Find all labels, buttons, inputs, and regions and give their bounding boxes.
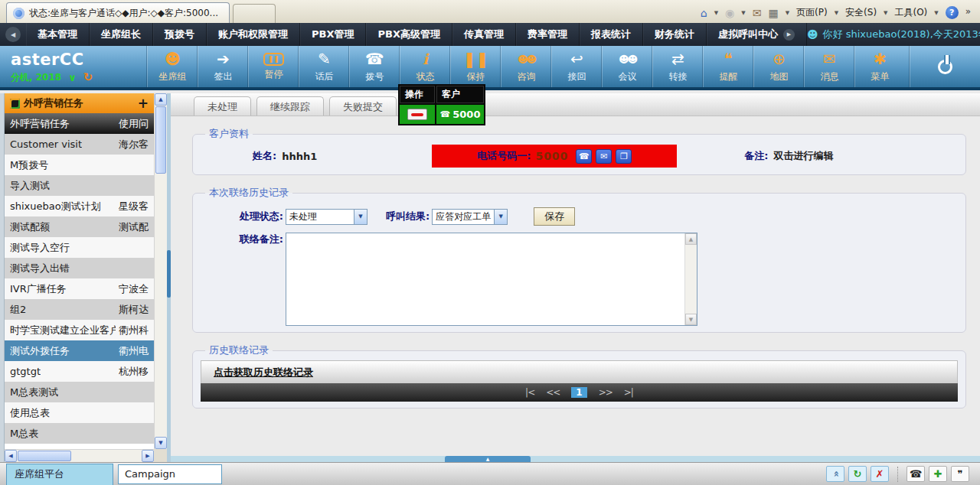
toolbar-button-sign-out[interactable]: ➔签出 bbox=[198, 46, 248, 87]
help-button[interactable]: ? bbox=[946, 6, 959, 19]
tab-1[interactable]: 未处理 bbox=[194, 96, 251, 116]
tab-2[interactable]: 继续跟踪 bbox=[256, 96, 324, 116]
task-list-item[interactable]: 测试导入空行 bbox=[5, 237, 154, 258]
menu-item-5[interactable]: PBX管理 bbox=[300, 23, 366, 46]
feeds-icon[interactable]: ◉ bbox=[725, 7, 734, 19]
save-button[interactable]: 保存 bbox=[534, 207, 575, 226]
vertical-scroll-thumb[interactable] bbox=[155, 106, 166, 174]
result-select[interactable]: 应答对应工单 ▼ bbox=[432, 209, 508, 225]
contact-note-textarea[interactable] bbox=[286, 233, 684, 325]
sidebar-horizontal-scrollbar[interactable]: ◀ ▶ bbox=[5, 449, 154, 462]
menu-item-8[interactable]: 费率管理 bbox=[516, 23, 580, 46]
sidebar-vertical-scrollbar[interactable]: ▲ ▼ bbox=[154, 93, 167, 449]
campaign-input[interactable]: Campaign bbox=[118, 464, 222, 484]
task-list-item[interactable]: 测试导入出错 bbox=[5, 258, 154, 278]
scroll-up-icon[interactable]: ▲ bbox=[685, 233, 697, 245]
phone-action-send-sms[interactable]: ✉ bbox=[596, 149, 612, 164]
new-tab-button[interactable] bbox=[233, 4, 276, 23]
hangup-cell[interactable] bbox=[400, 105, 435, 124]
toolbar-button-agent-group[interactable]: ☻坐席组 bbox=[147, 46, 198, 87]
phone-action-copy-number[interactable]: ❐ bbox=[616, 149, 632, 164]
toolbar-button-menu[interactable]: ✱菜单 bbox=[854, 46, 905, 87]
task-list-item[interactable]: 时学宝测试建立企业客户衢州科 bbox=[5, 320, 154, 340]
menu-item-10[interactable]: 财务统计 bbox=[643, 23, 707, 46]
scroll-up-icon[interactable]: ▲ bbox=[155, 93, 167, 106]
scroll-down-icon[interactable]: ▼ bbox=[155, 437, 167, 449]
add-task-button[interactable]: + bbox=[138, 97, 149, 110]
home-icon[interactable]: ⌂ bbox=[701, 7, 707, 19]
toolbar-button-remind[interactable]: ❝提醒 bbox=[703, 46, 753, 87]
toolbar-button-retrieve[interactable]: ↩接回 bbox=[551, 46, 602, 87]
status-button-chat[interactable]: ❞ bbox=[951, 466, 969, 482]
pager-next[interactable]: >> bbox=[599, 387, 612, 398]
status-button-close[interactable]: ✗ bbox=[871, 466, 889, 482]
task-list-item[interactable]: gtgtgt杭州移 bbox=[5, 361, 154, 382]
toolbar-button-transfer[interactable]: ⇄转接 bbox=[652, 46, 703, 87]
status-button-refresh[interactable]: ↻ bbox=[848, 466, 867, 482]
task-list-item[interactable]: M总表测试 bbox=[5, 382, 154, 402]
toolbar-button-map[interactable]: ⊕地图 bbox=[753, 46, 804, 87]
extension-refresh-icon[interactable]: ↻ bbox=[83, 70, 93, 84]
toolbar-button-conference[interactable]: ☻☻会议 bbox=[602, 46, 652, 87]
task-list-item[interactable]: M总表 bbox=[5, 423, 154, 444]
print-icon[interactable]: ▦ bbox=[768, 7, 778, 19]
menu-item-11[interactable]: 虚拟呼叫中心▶ bbox=[707, 23, 807, 46]
toolbar-button-after-call[interactable]: ✎话后 bbox=[299, 46, 349, 87]
menu-item-6[interactable]: PBX高级管理 bbox=[366, 23, 452, 46]
logout-power-button[interactable] bbox=[910, 46, 980, 87]
pager-last[interactable]: >| bbox=[624, 387, 633, 398]
scroll-left-icon[interactable]: ◀ bbox=[5, 450, 17, 462]
task-list-item[interactable]: 测试配额测试配 bbox=[5, 216, 154, 237]
task-list-item[interactable]: 外呼营销任务使用问 bbox=[5, 113, 154, 134]
status-button-add[interactable]: ✚ bbox=[929, 466, 947, 482]
customer-call-cell[interactable]: ☎ 5000 bbox=[436, 105, 484, 124]
task-list-item[interactable]: 组2斯柯达 bbox=[5, 299, 154, 320]
horizontal-scroll-thumb[interactable] bbox=[18, 451, 71, 461]
tab-3[interactable]: 失败提交 bbox=[329, 96, 397, 116]
toolbar-button-status[interactable]: i状态 bbox=[400, 46, 450, 87]
toolbar-button-consult[interactable]: ☻☻咨询 bbox=[501, 46, 551, 87]
task-list-item[interactable]: Customer visit海尔客 bbox=[5, 134, 154, 155]
task-list-item[interactable]: IVR广播任务宁波全 bbox=[5, 278, 154, 299]
toolbar-button-pause[interactable]: ❚❚暂停 bbox=[248, 46, 299, 87]
toolbar-button-message[interactable]: ✉消息 bbox=[804, 46, 854, 87]
menu-item-4[interactable]: 账户和权限管理 bbox=[207, 23, 300, 46]
scroll-down-icon[interactable]: ▼ bbox=[685, 314, 697, 325]
browser-tab[interactable]: 状态:坐席与客户通话◇◆用户:◇◆客户:5000... bbox=[6, 2, 230, 23]
menu-item-9[interactable]: 报表统计 bbox=[580, 23, 643, 46]
textarea-scrollbar[interactable]: ▲ ▼ bbox=[684, 233, 697, 325]
menu-item-2[interactable]: 坐席组长 bbox=[90, 23, 153, 46]
load-history-link[interactable]: 点击获取历史联络记录 bbox=[214, 366, 313, 379]
platform-tab[interactable]: 座席组平台 bbox=[6, 464, 113, 485]
collapse-panel-button[interactable]: ▲ bbox=[445, 456, 531, 462]
toolbar-button-dial[interactable]: ☎拨号 bbox=[349, 46, 400, 87]
more-commands-button[interactable]: » bbox=[965, 6, 971, 17]
task-list-item[interactable]: shixuebao测试计划星级客 bbox=[5, 196, 154, 216]
extension-dropdown-icon[interactable]: ∨ bbox=[68, 72, 77, 83]
task-list-item[interactable]: M预拨号 bbox=[5, 155, 154, 175]
page-menu[interactable]: 页面(P) bbox=[796, 6, 828, 19]
task-list-item[interactable]: 测试外拨任务衢州电 bbox=[5, 340, 154, 361]
task-list-item[interactable]: 导入测试 bbox=[5, 175, 154, 196]
select-arrow-icon[interactable]: ▼ bbox=[354, 210, 367, 224]
pager-page[interactable]: 1 bbox=[571, 387, 586, 398]
tools-menu[interactable]: 工具(O) bbox=[894, 6, 927, 19]
hangup-icon[interactable] bbox=[407, 109, 427, 120]
phone-action-dial-number[interactable]: ☎ bbox=[576, 149, 592, 164]
note-value[interactable]: 双击进行编辑 bbox=[773, 149, 833, 163]
toolbar-button-hold[interactable]: ❚❚保持 bbox=[450, 46, 501, 87]
menu-item-1[interactable]: 基本管理 bbox=[26, 23, 90, 46]
status-button-scroll-top[interactable]: » bbox=[826, 466, 844, 482]
mail-icon[interactable]: ✉ bbox=[753, 7, 762, 19]
menu-item-7[interactable]: 传真管理 bbox=[452, 23, 516, 46]
menu-item-3[interactable]: 预拨号 bbox=[153, 23, 207, 46]
status-select[interactable]: 未处理 ▼ bbox=[286, 209, 368, 225]
pager-prev[interactable]: << bbox=[546, 387, 560, 398]
menu-back-button[interactable]: ◀ bbox=[5, 27, 21, 42]
select-arrow-icon[interactable]: ▼ bbox=[494, 210, 507, 224]
scroll-right-icon[interactable]: ▶ bbox=[142, 450, 154, 462]
pager-first[interactable]: |< bbox=[525, 387, 534, 398]
security-menu[interactable]: 安全(S) bbox=[845, 6, 877, 19]
task-list-item[interactable]: 使用总表 bbox=[5, 402, 154, 423]
status-button-phone[interactable]: ☎ bbox=[906, 466, 925, 482]
